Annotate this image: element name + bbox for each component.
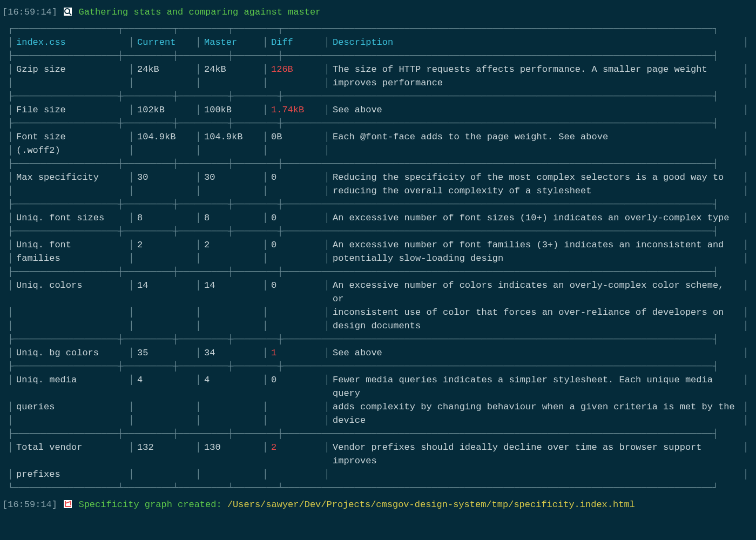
table-cell: 130 <box>195 441 262 454</box>
table-cell: Vendor prefixes should ideally decline o… <box>324 441 748 468</box>
table-cell: 0 <box>262 211 324 225</box>
table-rule: ├───────────────────┼─────────┼─────────… <box>8 198 748 211</box>
table-rule: ├───────────────────┼─────────┼─────────… <box>8 265 748 279</box>
table-cell: potentially slow-loading design <box>324 252 748 265</box>
table-rule: ┌───────────────────┬─────────┬─────────… <box>8 22 748 36</box>
table-cell: The size of HTTP requests affects perfor… <box>324 63 748 76</box>
table-cell: 100kB <box>195 103 262 117</box>
diff-value: 0B <box>271 132 282 142</box>
table-cell: 8 <box>129 211 195 225</box>
table-cell: An excessive number of colors indicates … <box>324 279 748 306</box>
table-row: device <box>8 414 748 427</box>
table-cell: 34 <box>195 346 262 360</box>
table-row: improves performance <box>8 76 748 90</box>
log-line: [16:59:14] Specificity graph created: /U… <box>2 498 754 511</box>
table-cell: 4 <box>129 373 195 387</box>
table-rule: ├───────────────────┼─────────┼─────────… <box>8 90 748 103</box>
table-cell: 2 <box>195 238 262 252</box>
table-cell: 0 <box>262 279 324 292</box>
table-row: queriesadds complexity by changing behav… <box>8 400 748 414</box>
table-cell: Gzip size <box>8 63 129 76</box>
table-row: Uniq. bg colors35341See above <box>8 346 748 360</box>
chart-icon <box>64 500 72 508</box>
table-cell: Diff <box>262 36 324 49</box>
table-cell: 126B <box>262 63 324 76</box>
table-cell: Font size <box>8 130 129 144</box>
log-message: Gathering stats and comparing against ma… <box>78 7 321 17</box>
table-cell: Description <box>324 36 748 49</box>
table-cell: inconsistent use of color that forces an… <box>324 306 748 319</box>
table-cell: 104.9kB <box>129 130 195 144</box>
table-cell: 2 <box>129 238 195 252</box>
table-cell: 35 <box>129 346 195 360</box>
table-cell: 104.9kB <box>195 130 262 144</box>
table-cell: 14 <box>129 279 195 292</box>
diff-value: 0 <box>271 240 276 250</box>
table-cell: index.css <box>8 36 129 49</box>
table-cell: Uniq. media <box>8 373 129 387</box>
table-cell: An excessive number of font sizes (10+) … <box>324 211 748 225</box>
table-cell: improves performance <box>324 76 748 90</box>
table-cell: 102kB <box>129 103 195 117</box>
table-rule: └───────────────────┴─────────┴─────────… <box>8 481 748 495</box>
table-row: Max specificity30300Reducing the specifi… <box>8 171 748 184</box>
search-icon <box>64 8 72 16</box>
table-cell: 30 <box>129 171 195 184</box>
table-cell: 24kB <box>195 63 262 76</box>
stats-table: ┌───────────────────┬─────────┬─────────… <box>8 22 748 495</box>
table-cell: Master <box>195 36 262 49</box>
table-rule: ├───────────────────┼─────────┼─────────… <box>8 225 748 238</box>
table-row: (.woff2) <box>8 144 748 157</box>
table-cell: families <box>8 252 129 265</box>
log-line: [16:59:14] Gathering stats and comparing… <box>2 5 754 19</box>
table-rule: ├───────────────────┼─────────┼─────────… <box>8 157 748 171</box>
table-cell: device <box>324 414 748 427</box>
table-cell: queries <box>8 400 129 414</box>
table-cell: 1.74kB <box>262 103 324 117</box>
file-path: /Users/sawyer/Dev/Projects/cmsgov-design… <box>227 500 635 510</box>
table-cell: adds complexity by changing behaviour wh… <box>324 400 748 414</box>
table-row: File size102kB100kB1.74kBSee above <box>8 103 748 117</box>
table-cell: 14 <box>195 279 262 292</box>
timestamp: [16:59:14] <box>2 7 57 17</box>
table-row: Font size104.9kB104.9kB0BEach @font-face… <box>8 130 748 144</box>
table-cell: Current <box>129 36 195 49</box>
table-rule: ├───────────────────┼─────────┼─────────… <box>8 333 748 346</box>
table-cell: reducing the overall complexity of a sty… <box>324 184 748 198</box>
diff-value: 0 <box>271 280 276 291</box>
table-cell: (.woff2) <box>8 144 129 157</box>
table-row: design documents <box>8 319 748 333</box>
table-cell: Uniq. font <box>8 238 129 252</box>
table-row: familiespotentially slow-loading design <box>8 252 748 265</box>
table-row: Gzip size24kB24kB126BThe size of HTTP re… <box>8 63 748 76</box>
table-rule: ├───────────────────┼─────────┼─────────… <box>8 360 748 373</box>
timestamp: [16:59:14] <box>2 500 57 510</box>
table-cell: 24kB <box>129 63 195 76</box>
table-row: reducing the overall complexity of a sty… <box>8 184 748 198</box>
table-cell: 2 <box>262 441 324 454</box>
table-header: index.cssCurrentMasterDiffDescription <box>8 36 748 49</box>
terminal-screen: [16:59:14] Gathering stats and comparing… <box>0 0 756 517</box>
table-cell: Each @font-face adds to the page weight.… <box>324 130 748 144</box>
table-cell: Reducing the specificity of the most com… <box>324 171 748 184</box>
table-row: prefixes <box>8 468 748 481</box>
table-rule: ├───────────────────┼─────────┼─────────… <box>8 117 748 130</box>
diff-value: 1 <box>271 348 276 358</box>
table-cell: 4 <box>195 373 262 387</box>
table-cell: 0 <box>262 373 324 387</box>
table-cell: Fewer media queries indicates a simpler … <box>324 373 748 400</box>
table-cell: Max specificity <box>8 171 129 184</box>
table-rule: ├───────────────────┼─────────┼─────────… <box>8 427 748 441</box>
log-message: Specificity graph created: /Users/sawyer… <box>78 500 634 510</box>
table-row: Uniq. media440Fewer media queries indica… <box>8 373 748 400</box>
table-cell: design documents <box>324 319 748 333</box>
table-row: Uniq. font sizes880An excessive number o… <box>8 211 748 225</box>
table-cell: Uniq. colors <box>8 279 129 292</box>
diff-value: 0 <box>271 213 276 223</box>
table-cell: Total vendor <box>8 441 129 454</box>
diff-value: 2 <box>271 442 276 453</box>
table-row: inconsistent use of color that forces an… <box>8 306 748 319</box>
table-cell: 0B <box>262 130 324 144</box>
table-cell: 132 <box>129 441 195 454</box>
diff-value: 0 <box>271 375 276 385</box>
